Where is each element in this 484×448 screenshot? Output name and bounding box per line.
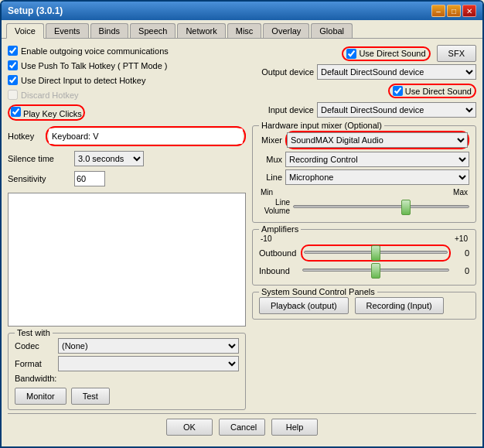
silence-row: Silence time 3.0 seconds <box>8 151 246 166</box>
inbound-row: Inbound 0 <box>259 264 469 278</box>
ptt-label: Use Push To Talk Hotkey ( PTT Mode ) <box>21 61 168 70</box>
amp-min-label: -10 <box>261 234 271 243</box>
tab-global[interactable]: Global <box>311 23 353 38</box>
silence-label: Silence time <box>8 154 70 163</box>
tab-events[interactable]: Events <box>46 23 89 38</box>
format-row: Format <box>15 356 239 371</box>
mixer-select-oval: SoundMAX Digital Audio <box>285 131 469 149</box>
line-select[interactable]: Microphone <box>285 169 469 185</box>
maximize-button[interactable]: □ <box>447 5 461 17</box>
codec-select[interactable]: (None) <box>58 338 239 354</box>
test-section-label: Test with <box>15 328 53 337</box>
outbound-row: Outbound 0 <box>259 245 469 262</box>
tab-overlay[interactable]: Overlay <box>263 23 309 38</box>
outgoing-label: Enable outgoing voice communications <box>21 46 169 56</box>
ok-button[interactable]: OK <box>166 419 213 436</box>
discard-label: Discard Hotkey <box>21 91 79 100</box>
codec-row: Codec (None) <box>15 338 239 354</box>
discard-row: Discard Hotkey <box>8 89 246 101</box>
main-content: Enable outgoing voice communications Use… <box>2 39 482 446</box>
main-area: Enable outgoing voice communications Use… <box>8 45 476 410</box>
hotkey-row: Hotkey <box>8 126 246 146</box>
tab-bar: Voice Events Binds Speech Network Misc O… <box>2 20 482 39</box>
inbound-value: 0 <box>454 266 469 275</box>
output-section: Use Direct Sound SFX Output device Defau… <box>252 45 476 119</box>
minimize-button[interactable]: – <box>431 5 445 17</box>
title-bar-buttons: – □ ✕ <box>431 5 476 17</box>
output-device-select[interactable]: Default DirectSound device <box>317 64 476 80</box>
recording-button[interactable]: Recording (Input) <box>355 297 444 314</box>
test-button[interactable]: Test <box>71 388 110 405</box>
system-sound-buttons: Playback (output) Recording (Input) <box>259 297 469 314</box>
monitor-button[interactable]: Monitor <box>15 388 66 405</box>
inbound-label: Inbound <box>259 266 298 275</box>
mux-select[interactable]: Recording Control <box>285 152 469 167</box>
sfx-button[interactable]: SFX <box>437 45 476 62</box>
format-select[interactable] <box>58 356 239 371</box>
tab-voice[interactable]: Voice <box>6 23 44 39</box>
tab-binds[interactable]: Binds <box>90 23 129 38</box>
direct-checkbox[interactable] <box>8 75 18 85</box>
hardware-group: Hardware input mixer (Optional) Mixer So… <box>252 125 476 223</box>
cancel-button[interactable]: Cancel <box>219 419 265 436</box>
bandwidth-row: Bandwidth: <box>15 374 239 383</box>
silence-select[interactable]: 3.0 seconds <box>74 151 144 166</box>
outgoing-row: Enable outgoing voice communications <box>8 45 246 56</box>
bottom-bar: OK Cancel Help <box>8 413 476 440</box>
play-clicks-checkbox[interactable] <box>11 107 21 117</box>
mixer-select[interactable]: SoundMAX Digital Audio <box>287 132 468 148</box>
playback-button[interactable]: Playback (output) <box>259 297 349 314</box>
line-row: Line Microphone <box>259 169 469 185</box>
monitor-test-row: Monitor Test <box>15 388 239 405</box>
input-device-row: Input device Default DirectSound device <box>252 102 476 118</box>
help-button[interactable]: Help <box>271 419 318 436</box>
use-direct-sound-output-label: Use Direct Sound <box>359 49 425 58</box>
ptt-checkbox[interactable] <box>8 60 18 70</box>
tab-misc[interactable]: Misc <box>227 23 262 38</box>
system-sound-label: System Sound Control Panels <box>259 287 377 296</box>
mixer-label: Mixer <box>259 135 282 145</box>
bandwidth-label: Bandwidth: <box>15 374 56 383</box>
close-button[interactable]: ✕ <box>462 5 476 17</box>
use-direct-sound-input-oval: Use Direct Sound <box>388 84 476 98</box>
mux-row: Mux Recording Control <box>259 152 469 167</box>
line-volume-slider[interactable] <box>293 200 469 213</box>
line-volume-slider-container <box>293 200 469 213</box>
use-direct-sound-output-checkbox[interactable] <box>346 49 356 59</box>
left-panel: Enable outgoing voice communications Use… <box>8 45 246 410</box>
inbound-slider[interactable] <box>302 264 449 276</box>
test-group: Test with Codec (None) Format <box>8 333 246 410</box>
inbound-slider-container <box>301 264 451 278</box>
system-sound-group: System Sound Control Panels Playback (ou… <box>252 292 476 320</box>
amp-labels: -10 +10 <box>259 234 469 243</box>
input-device-select[interactable]: Default DirectSound device <box>317 102 476 118</box>
outgoing-checkbox[interactable] <box>8 46 18 56</box>
window-title: Setup (3.0.1) <box>8 5 63 16</box>
sfx-row: Use Direct Sound SFX <box>252 45 476 62</box>
hotkey-oval <box>46 126 246 146</box>
outbound-slider[interactable] <box>304 246 448 258</box>
output-device-row: Output device Default DirectSound device <box>252 64 476 80</box>
direct-row: Use Direct Input to detect Hotkey <box>8 74 246 86</box>
format-label: Format <box>15 359 53 368</box>
output-device-label: Output device <box>252 67 314 77</box>
input-direct-row: Use Direct Sound <box>252 84 476 98</box>
use-direct-sound-input-checkbox[interactable] <box>393 86 403 96</box>
setup-window: Setup (3.0.1) – □ ✕ Voice Events Binds S… <box>0 0 484 448</box>
sensitivity-input[interactable] <box>74 171 105 186</box>
vol-min-label: Min <box>261 188 273 197</box>
mux-label: Mux <box>259 155 282 164</box>
vol-labels: Min Max <box>259 188 469 197</box>
sensitivity-row: Sensitivity <box>8 171 246 186</box>
hotkey-label: Hotkey <box>8 132 43 141</box>
tab-network[interactable]: Network <box>177 23 225 38</box>
waveform-box <box>8 193 246 327</box>
hotkey-input[interactable] <box>49 128 243 144</box>
discard-checkbox <box>8 90 18 100</box>
tab-speech[interactable]: Speech <box>130 23 176 38</box>
use-direct-sound-input-label: Use Direct Sound <box>405 87 472 96</box>
codec-label: Codec <box>15 341 53 351</box>
ptt-row: Use Push To Talk Hotkey ( PTT Mode ) <box>8 60 246 71</box>
line-label: Line <box>259 173 282 182</box>
title-bar: Setup (3.0.1) – □ ✕ <box>2 2 482 20</box>
